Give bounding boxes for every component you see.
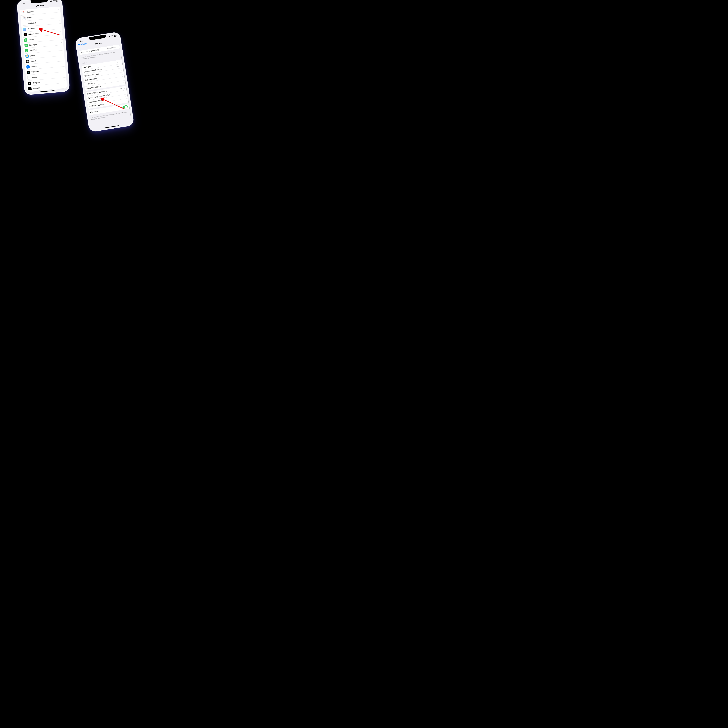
svg-point-4 (54, 1, 54, 2)
cellular-icon (50, 0, 52, 2)
wifi-icon (111, 35, 113, 37)
chevron-icon: › (64, 79, 65, 81)
chevron-icon: › (121, 69, 122, 71)
chevron-icon: › (118, 46, 118, 48)
chevron-icon: › (65, 90, 66, 92)
chevron-icon: › (63, 68, 64, 70)
chevron-icon: › (126, 100, 127, 102)
reminders-icon: ⋮ (23, 22, 26, 26)
chevron-icon: › (123, 82, 124, 84)
chevron-icon: › (61, 41, 62, 43)
svg-rect-1 (50, 1, 51, 2)
phone-icon: ✆ (24, 38, 28, 42)
messages-icon: ✉︎ (24, 44, 28, 47)
svg-point-10 (112, 37, 112, 37)
maps-icon: 🗺 (27, 76, 31, 80)
svg-rect-9 (110, 36, 110, 37)
svg-rect-6 (109, 37, 109, 37)
chevron-icon: › (122, 73, 123, 75)
chevron-icon: › (63, 57, 63, 60)
weather-icon: ☀︎ (26, 65, 30, 69)
translate-icon: ⇄ (27, 70, 30, 74)
chevron-icon: › (122, 78, 123, 80)
svg-rect-3 (52, 0, 52, 2)
chevron-icon: › (60, 25, 60, 27)
cellular-icon (108, 36, 110, 37)
stocks-icon: 📈 (26, 60, 29, 63)
measure-icon: — (28, 87, 32, 90)
chevron-icon: › (60, 31, 61, 33)
chevron-icon: › (59, 14, 60, 16)
chevron-icon: › (58, 8, 59, 10)
chevron-icon: › (121, 65, 121, 67)
chevron-icon: › (125, 95, 126, 98)
freeform-icon: ∿ (23, 28, 26, 31)
chevron-icon: › (63, 63, 64, 65)
voice-memos-icon: ⎍ (23, 33, 27, 37)
wifi-icon (53, 0, 55, 2)
chevron-icon: › (62, 52, 63, 54)
chevron-icon: › (124, 87, 125, 89)
facetime-icon: ▢ (25, 49, 28, 52)
safari-icon: 🧭 (25, 55, 29, 58)
chevron-icon: › (65, 84, 66, 87)
battery-icon: 79 (113, 35, 116, 37)
svg-rect-8 (109, 36, 110, 37)
chevron-icon: › (120, 61, 121, 63)
calendar-icon: 📅 (21, 11, 25, 14)
chevron-icon: › (61, 36, 61, 38)
dial-assist-toggle[interactable] (122, 105, 128, 109)
battery-icon: 79 (55, 0, 58, 2)
svg-rect-2 (51, 1, 52, 2)
phone-phone-settings: 1:47 79 ‹ Settings (76, 32, 133, 132)
chevron-icon: › (64, 74, 64, 76)
chevron-icon: › (125, 92, 125, 93)
notes-icon: 📝 (22, 16, 26, 20)
compass-icon: ✦ (28, 81, 31, 85)
chevron-icon: › (59, 20, 60, 22)
phone-settings: 1:45 79 Settings (17, 0, 69, 94)
svg-rect-7 (109, 37, 109, 37)
chevron-icon: › (61, 47, 62, 49)
